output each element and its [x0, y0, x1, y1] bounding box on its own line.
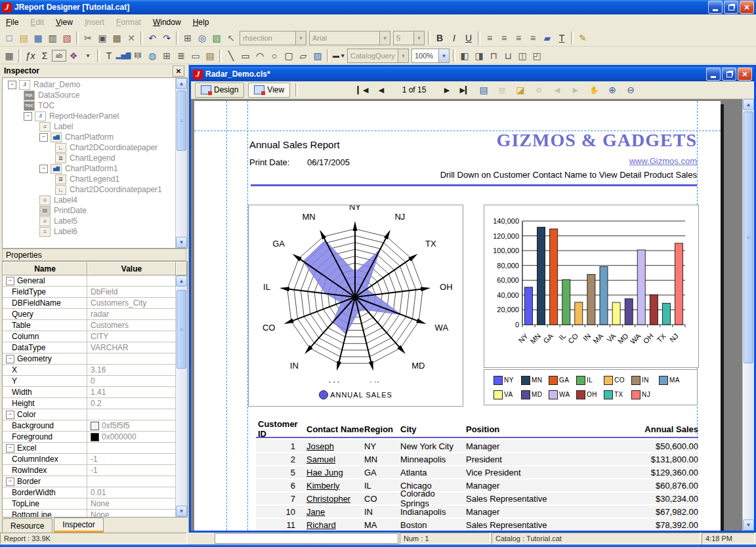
property-row-dbfieldname[interactable]: DBFieldNameCustomers_City — [3, 298, 176, 309]
property-value[interactable]: None — [91, 499, 110, 508]
property-value[interactable]: 0x000000 — [102, 432, 136, 441]
property-row-columnindex[interactable]: ColumnIndex-1 — [3, 454, 176, 465]
align-justify-icon[interactable]: ≡ — [526, 31, 540, 45]
document-restore-button[interactable] — [722, 68, 736, 81]
properties-scroll-down-icon[interactable]: ▼ — [176, 506, 187, 517]
draw-rect-icon[interactable]: ▭ — [238, 49, 253, 62]
tree-item-chart2dcoordinatepaper1[interactable]: ∟Chart2DCoordinatepaper1 — [3, 184, 176, 195]
close-button[interactable]: ✕ — [740, 1, 754, 14]
paste-icon[interactable]: ▩ — [110, 31, 124, 45]
print-icon[interactable]: ▥ — [45, 31, 60, 45]
property-value[interactable]: None — [91, 510, 110, 517]
property-value[interactable]: Customers — [91, 321, 129, 330]
prev-page-icon[interactable]: ◀ — [373, 83, 389, 97]
draw-arc-icon[interactable]: ◠ — [253, 49, 267, 62]
inspector-close-icon[interactable]: ✕ — [173, 66, 184, 77]
property-row-topline[interactable]: TopLineNone — [3, 498, 176, 510]
tree-scroll-thumb[interactable]: ≡ — [177, 91, 186, 151]
align-center-icon[interactable]: ≡ — [497, 31, 511, 45]
property-row-column[interactable]: ColumnCITY — [3, 331, 176, 342]
line-style-icon[interactable]: ▬ ▾ — [331, 49, 346, 62]
property-row-foreground[interactable]: Foreground0x000000 — [3, 432, 176, 443]
property-row-general[interactable]: −General — [3, 275, 176, 287]
property-value[interactable]: 1.41 — [91, 388, 106, 397]
zoom-out-icon[interactable]: ⊖ — [623, 83, 639, 97]
tree-item-label6[interactable]: ≡Label6 — [3, 226, 176, 237]
contact-drilldown-link[interactable]: Christopher — [306, 494, 350, 504]
property-row-datatype[interactable]: DataTypeVARCHAR — [3, 342, 176, 354]
tree-item-datasource[interactable]: SQLDataSource — [3, 90, 176, 100]
italic-icon[interactable]: I — [447, 31, 461, 45]
restore-button[interactable] — [724, 1, 738, 14]
contact-drilldown-link[interactable]: Kimberly — [306, 481, 340, 491]
align-top-edges-icon[interactable]: ⊓ — [486, 49, 501, 62]
next-page-icon[interactable]: ▶ — [439, 83, 455, 97]
property-row-border[interactable]: −Border — [3, 476, 176, 487]
property-row-background[interactable]: Background0xf5f5f5 — [3, 420, 176, 432]
tree-item-label4[interactable]: ≡Label4 — [3, 195, 176, 205]
property-value[interactable]: -1 — [91, 455, 98, 464]
property-row-rowindex[interactable]: RowIndex-1 — [3, 465, 176, 476]
tree-item-toc[interactable]: TOCTOC — [3, 100, 176, 111]
align-right-icon[interactable]: ≡ — [511, 31, 526, 45]
subreport-icon[interactable]: ▤ — [203, 49, 217, 62]
property-value[interactable]: 0.01 — [91, 488, 106, 497]
property-row-color[interactable]: −Color — [3, 409, 176, 420]
toc-view-icon[interactable]: ▤ — [476, 83, 492, 97]
tree-collapse-icon[interactable]: − — [24, 112, 32, 121]
page-scroll-up-icon[interactable]: ▲ — [743, 99, 754, 110]
property-value[interactable]: radar — [91, 310, 109, 319]
property-group-collapse-icon[interactable]: − — [6, 355, 14, 363]
copy-icon[interactable]: ▣ — [95, 31, 110, 45]
fill-color-icon[interactable]: ▰ — [540, 31, 555, 45]
contact-drilldown-link[interactable]: Joseph — [306, 441, 334, 451]
chart-icon[interactable]: ▂▅▇ — [116, 49, 131, 62]
draw-line-icon[interactable]: ╲ — [224, 49, 238, 62]
tree-item-chartlegend1[interactable]: ≣ChartLegend1 — [3, 174, 176, 184]
undo-icon[interactable]: ↶ — [145, 31, 159, 45]
tip-of-day-icon[interactable]: ✎ — [576, 31, 590, 45]
property-value[interactable]: 3.16 — [91, 365, 106, 375]
contact-drilldown-link[interactable]: Richard — [306, 520, 336, 530]
property-row-height[interactable]: Height0.2 — [3, 398, 176, 409]
options-icon[interactable]: ▨ — [209, 31, 224, 45]
menu-file[interactable]: File — [0, 16, 24, 29]
label-icon[interactable]: T — [102, 49, 116, 62]
insert-table-icon[interactable]: ▦ — [2, 49, 16, 62]
export-icon[interactable]: ◪ — [513, 83, 528, 97]
tree-scroll-down-icon[interactable]: ▼ — [176, 237, 187, 248]
center-horizontal-icon[interactable]: ◫ — [515, 49, 530, 62]
property-row-query[interactable]: Queryradar — [3, 309, 176, 320]
align-left-icon[interactable]: ≡ — [482, 31, 497, 45]
zoom-combo-arrow-icon[interactable]: ▾ — [438, 49, 449, 62]
draw-polygon-icon[interactable]: ▱ — [296, 49, 310, 62]
tab-inspector[interactable]: Inspector — [54, 517, 103, 533]
insert-image-icon[interactable]: ▨ — [310, 49, 325, 62]
property-value[interactable]: -1 — [91, 466, 98, 475]
contact-drilldown-link[interactable]: Samuel — [306, 455, 335, 464]
properties-col-value[interactable]: Value — [87, 262, 176, 275]
tree-item-chart2dcoordinatepaper[interactable]: ∟Chart2DCoordinatepaper — [3, 142, 176, 153]
properties-scroll-thumb[interactable]: ≡ — [177, 290, 186, 369]
tree-item-label[interactable]: ≡Label — [3, 121, 176, 132]
property-row-table[interactable]: TableCustomers — [3, 320, 176, 331]
dbfield-icon[interactable]: ab — [52, 50, 66, 62]
properties-scrollbar[interactable]: ▲ ≡ ▼ — [175, 275, 187, 517]
center-vertical-icon[interactable]: ◰ — [530, 49, 544, 62]
tree-scroll-up-icon[interactable]: ▲ — [176, 78, 187, 89]
tree-item-reportheaderpanel[interactable]: −JReportHeaderPanel — [3, 111, 176, 121]
zoom-in-icon[interactable]: ⊕ — [604, 83, 620, 97]
property-row-bottomline[interactable]: BottomLineNone — [3, 510, 176, 517]
last-page-icon[interactable]: ▶▎ — [457, 83, 473, 97]
property-value[interactable]: VARCHAR — [91, 343, 129, 352]
open-folder-icon[interactable]: ▤ — [16, 31, 31, 45]
property-value[interactable]: 0 — [91, 376, 95, 386]
delete-icon[interactable]: ✕ — [124, 31, 138, 45]
tree-scrollbar[interactable]: ▲ ≡ ▼ — [175, 78, 187, 248]
property-group-collapse-icon[interactable]: − — [6, 444, 14, 453]
special-field-dropdown-icon[interactable]: ▾ — [81, 49, 95, 62]
contact-drilldown-link[interactable]: Jane — [306, 507, 325, 517]
document-close-button[interactable]: ✕ — [738, 68, 752, 81]
company-website-link[interactable]: www.Gizmos.com — [629, 156, 697, 166]
property-row-y[interactable]: Y0 — [3, 376, 176, 387]
